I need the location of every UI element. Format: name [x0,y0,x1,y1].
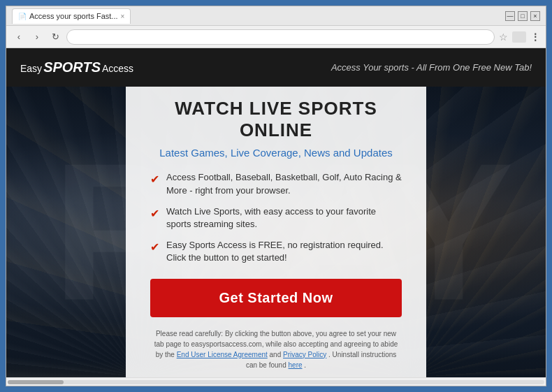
check-icon-3: ✔ [150,240,159,255]
feature-item-3: ✔ Easy Sports Access is FREE, no registr… [150,239,402,264]
feature-item-1: ✔ Access Football, Baseball, Basketball,… [150,171,402,196]
disclaimer: Please read carefully: By clicking the b… [150,328,402,370]
logo-access: Access [102,63,133,74]
logo-sports: SPORTS [43,59,101,75]
logo-easy: Easy [20,63,42,74]
site-logo: Easy SPORTS Access [20,59,133,75]
menu-icon[interactable]: ⋮ [530,31,540,43]
hero-section: PLAY WATCH LIVE SPORTS ONLINE Latest Gam… [6,87,546,377]
window-controls: — □ × [505,11,540,21]
browser-window: 📄 Access your sports Fast... × — □ × ‹ ›… [6,6,546,386]
scrollbar-track [8,380,544,384]
scrollbar-thumb[interactable] [8,380,64,384]
privacy-policy-link[interactable]: Privacy Policy [283,351,326,358]
check-icon-2: ✔ [150,206,159,222]
tab-page-icon: 📄 [18,13,27,20]
content-card: WATCH LIVE SPORTS ONLINE Latest Games, L… [126,87,426,377]
navigation-bar: ‹ › ↻ ☆ ⋮ [6,26,546,48]
get-started-button[interactable]: Get Started Now [150,279,402,317]
eula-link[interactable]: End User License Agreement [177,351,268,358]
tab-bar: 📄 Access your sports Fast... × [12,8,131,24]
page-content: Easy SPORTS Access Access Your sports - … [6,48,546,386]
feature-item-2: ✔ Watch Live Sports, with easy access to… [150,205,402,231]
features-list: ✔ Access Football, Baseball, Basketball,… [150,171,402,264]
bookmark-icon[interactable]: ☆ [499,31,508,43]
feature-text-1: Access Football, Baseball, Basketball, G… [166,171,402,196]
header-tagline: Access Your sports - All From One Free N… [331,62,532,73]
sub-title: Latest Games, Live Coverage, News and Up… [150,147,402,159]
site-header: Easy SPORTS Access Access Your sports - … [6,48,546,87]
disclaimer-period: . [304,361,306,369]
close-button[interactable]: × [530,11,540,21]
feature-text-3: Easy Sports Access is FREE, no registrat… [166,239,402,264]
title-bar: 📄 Access your sports Fast... × — □ × [6,6,546,26]
forward-button[interactable]: › [30,30,44,44]
restore-button[interactable]: □ [518,11,528,21]
uninstall-link[interactable]: here [289,361,303,369]
disclaimer-connector: and [270,351,283,358]
horizontal-scrollbar[interactable] [6,377,546,386]
minimize-button[interactable]: — [505,11,515,21]
tab-label: Access your sports Fast... [29,12,118,20]
address-bar[interactable] [66,29,495,45]
back-button[interactable]: ‹ [12,30,26,44]
nav-right-controls: ☆ ⋮ [499,31,540,43]
feature-text-2: Watch Live Sports, with easy access to y… [166,205,402,231]
main-title: WATCH LIVE SPORTS ONLINE [150,98,402,141]
extension-icon[interactable] [512,31,526,43]
active-tab[interactable]: 📄 Access your sports Fast... × [12,8,131,24]
refresh-button[interactable]: ↻ [48,30,62,44]
tab-close-button[interactable]: × [121,13,125,20]
check-icon-1: ✔ [150,172,159,187]
